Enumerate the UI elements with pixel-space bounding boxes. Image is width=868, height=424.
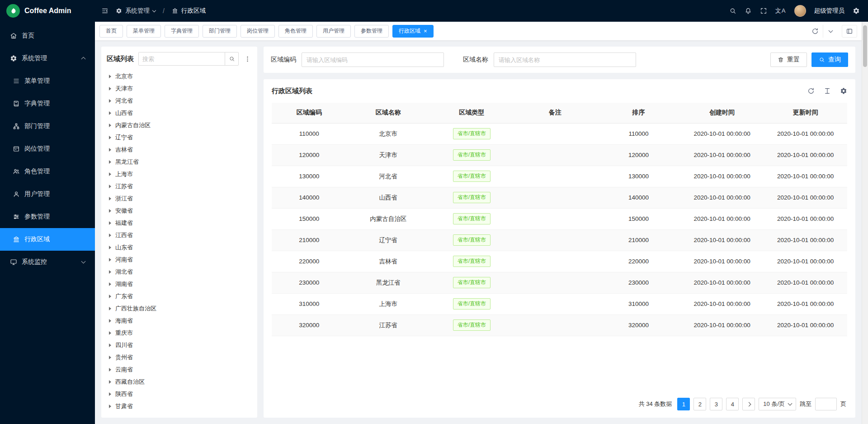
sidebar-group-system-mgmt[interactable]: 系统管理 (0, 47, 95, 70)
sidebar-item-position-management[interactable]: 岗位管理 (0, 138, 95, 160)
tree-item[interactable]: 甘肃省 (107, 400, 252, 412)
tree-item[interactable]: 山西省 (107, 107, 252, 119)
tree-item[interactable]: 内蒙古自治区 (107, 119, 252, 131)
page-scrollbar[interactable] (862, 22, 868, 424)
tree-search-button[interactable] (225, 52, 238, 65)
region-code-input[interactable] (302, 52, 444, 67)
tree-item[interactable]: 西藏自治区 (107, 376, 252, 388)
tree-item[interactable]: 河南省 (107, 253, 252, 266)
tree-item[interactable]: 福建省 (107, 217, 252, 229)
avatar[interactable] (794, 5, 806, 17)
tree-item[interactable]: 海南省 (107, 314, 252, 327)
caret-right-icon[interactable] (109, 111, 111, 115)
caret-right-icon[interactable] (109, 75, 111, 78)
refresh-tabs-button[interactable] (807, 25, 823, 38)
table-row[interactable]: 110000 北京市 省市/直辖市 110000 2020-10-01 00:0… (272, 123, 847, 144)
tree-item[interactable]: 湖南省 (107, 278, 252, 290)
translate-button[interactable]: 文A (775, 7, 786, 15)
page-button-4[interactable]: 4 (726, 398, 739, 410)
caret-right-icon[interactable] (109, 136, 111, 139)
tree-item[interactable]: 湖北省 (107, 266, 252, 278)
sidebar-item-region[interactable]: 行政区域 (0, 228, 95, 251)
tree-item[interactable]: 上海市 (107, 168, 252, 180)
tab-home[interactable]: 首页 (99, 25, 123, 38)
tree-more-button[interactable] (243, 55, 252, 63)
tree-search-input[interactable] (139, 52, 225, 65)
tab-region[interactable]: 行政区域 × (392, 25, 434, 38)
caret-right-icon[interactable] (109, 270, 111, 274)
caret-right-icon[interactable] (109, 380, 111, 384)
sidebar-item-parameter-management[interactable]: 参数管理 (0, 205, 95, 228)
tree-item[interactable]: 辽宁省 (107, 131, 252, 143)
sidebar-group-system-monitor[interactable]: 系统监控 (0, 251, 95, 273)
region-name-input[interactable] (494, 52, 636, 67)
tree-item[interactable]: 浙江省 (107, 192, 252, 205)
tree-item[interactable]: 四川省 (107, 339, 252, 351)
table-refresh-button[interactable] (807, 87, 815, 95)
caret-right-icon[interactable] (109, 185, 111, 188)
breadcrumb-parent[interactable]: 系统管理 (116, 7, 156, 15)
caret-right-icon[interactable] (109, 233, 111, 237)
caret-right-icon[interactable] (109, 246, 111, 249)
caret-right-icon[interactable] (109, 307, 111, 310)
app-logo[interactable]: Coffee Admin (0, 0, 95, 22)
table-row[interactable]: 210000 辽宁省 省市/直辖市 210000 2020-10-01 00:0… (272, 229, 847, 251)
sidebar-item-role-management[interactable]: 角色管理 (0, 160, 95, 183)
page-button-3[interactable]: 3 (710, 398, 722, 410)
next-page-button[interactable] (742, 398, 755, 410)
tree-item[interactable]: 北京市 (107, 70, 252, 82)
query-button[interactable]: 查询 (811, 52, 848, 67)
tree-item[interactable]: 河北省 (107, 95, 252, 107)
caret-right-icon[interactable] (109, 258, 111, 262)
sidebar-item-user-management[interactable]: 用户管理 (0, 183, 95, 205)
tree-item[interactable]: 广西壮族自治区 (107, 302, 252, 314)
tree-item[interactable]: 天津市 (107, 82, 252, 95)
tab-user-management[interactable]: 用户管理 (316, 25, 351, 38)
content-fullscreen-button[interactable] (842, 25, 857, 38)
sidebar-item-home[interactable]: 首页 (0, 24, 95, 47)
caret-right-icon[interactable] (109, 172, 111, 176)
tree-item[interactable]: 黑龙江省 (107, 156, 252, 168)
caret-right-icon[interactable] (109, 209, 111, 213)
tree-item[interactable]: 贵州省 (107, 351, 252, 363)
caret-right-icon[interactable] (109, 356, 111, 359)
fullscreen-button[interactable] (760, 7, 767, 14)
tab-close-icon[interactable]: × (424, 28, 427, 34)
tab-options-button[interactable] (823, 25, 838, 38)
caret-right-icon[interactable] (109, 331, 111, 335)
caret-right-icon[interactable] (109, 295, 111, 298)
tab-position-management[interactable]: 岗位管理 (241, 25, 275, 38)
table-row[interactable]: 320000 江苏省 省市/直辖市 320000 2020-10-01 00:0… (272, 314, 847, 336)
table-row[interactable]: 310000 上海市 省市/直辖市 310000 2020-10-01 00:0… (272, 293, 847, 314)
tab-role-management[interactable]: 角色管理 (278, 25, 313, 38)
tree-item[interactable]: 江西省 (107, 229, 252, 241)
table-row[interactable]: 140000 山西省 省市/直辖市 140000 2020-10-01 00:0… (272, 187, 847, 208)
sidebar-item-department-management[interactable]: 部门管理 (0, 115, 95, 138)
tree-item[interactable]: 广东省 (107, 290, 252, 302)
sidebar-item-dictionary-management[interactable]: 字典管理 (0, 92, 95, 115)
page-size-select[interactable]: 10 条/页 (759, 398, 796, 410)
tab-menu-management[interactable]: 菜单管理 (127, 25, 161, 38)
caret-right-icon[interactable] (109, 368, 111, 372)
caret-right-icon[interactable] (109, 405, 111, 408)
caret-right-icon[interactable] (109, 148, 111, 152)
search-button[interactable] (729, 7, 736, 14)
table-row[interactable]: 150000 内蒙古自治区 省市/直辖市 150000 2020-10-01 0… (272, 208, 847, 229)
tree-item[interactable]: 安徽省 (107, 205, 252, 217)
caret-right-icon[interactable] (109, 319, 111, 323)
username-label[interactable]: 超级管理员 (814, 7, 845, 15)
caret-right-icon[interactable] (109, 87, 111, 91)
settings-button[interactable] (853, 7, 860, 14)
tree-item[interactable]: 青海省 (107, 412, 252, 415)
table-row[interactable]: 120000 天津市 省市/直辖市 120000 2020-10-01 00:0… (272, 144, 847, 166)
table-settings-button[interactable] (840, 87, 847, 95)
caret-right-icon[interactable] (109, 221, 111, 225)
tree-item[interactable]: 江苏省 (107, 180, 252, 192)
jump-page-input[interactable] (815, 398, 837, 410)
caret-right-icon[interactable] (109, 343, 111, 347)
table-row[interactable]: 220000 吉林省 省市/直辖市 220000 2020-10-01 00:0… (272, 251, 847, 272)
caret-right-icon[interactable] (109, 99, 111, 103)
table-row[interactable]: 230000 黑龙江省 省市/直辖市 230000 2020-10-01 00:… (272, 272, 847, 293)
caret-right-icon[interactable] (109, 197, 111, 200)
scrollbar-thumb[interactable] (863, 25, 867, 67)
